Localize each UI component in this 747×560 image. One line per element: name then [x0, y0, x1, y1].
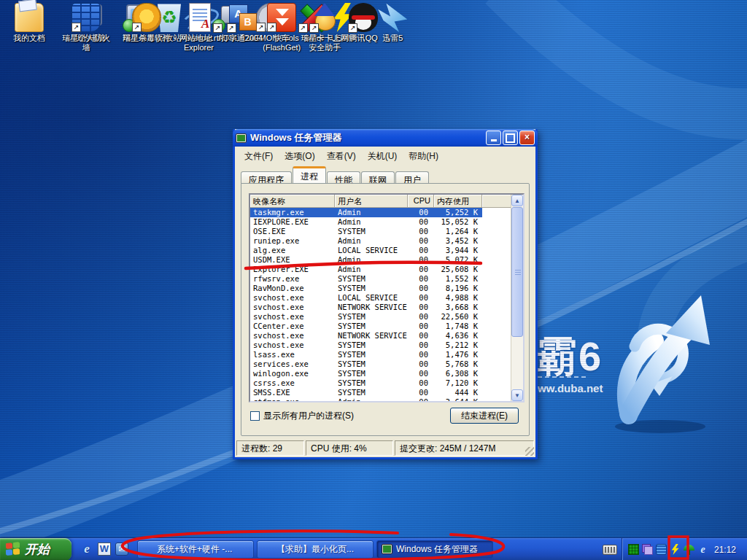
menu-help[interactable]: 帮助(H): [403, 149, 444, 162]
process-row[interactable]: svchost.exe LOCAL SERVICE 00 4,988 K: [250, 293, 523, 303]
scroll-down-icon[interactable]: ▼: [511, 389, 523, 401]
shortcut-arrow-icon: ↗: [267, 23, 276, 32]
desktop-icon-label: 快车(FlashGet): [263, 34, 301, 52]
ie-task-icon: [262, 544, 273, 554]
process-row[interactable]: rfwsrv.exe SYSTEM 00 1,552 K: [250, 274, 523, 284]
taskbar-window-button[interactable]: 【求助】最小化页...: [257, 540, 374, 559]
process-row[interactable]: ctfmon.exe Admin 00 3,644 K: [250, 397, 523, 402]
maximize-button[interactable]: [503, 131, 518, 145]
show-all-users-label: 显示所有用户的进程(S): [263, 410, 354, 422]
process-row[interactable]: Explorer.EXE Admin 00 25,608 K: [250, 265, 523, 274]
shortcut-arrow-icon: ↗: [227, 23, 236, 33]
process-row[interactable]: CCenter.exe SYSTEM 00 1,748 K: [250, 322, 523, 331]
window-titlebar[interactable]: Windows 任务管理器 ×: [233, 129, 538, 147]
tray-display-icon[interactable]: [642, 544, 653, 555]
kaka-assistant-icon: ↗: [310, 3, 339, 32]
taskbar-window-button[interactable]: Windows 任务管理器: [376, 540, 493, 559]
process-row[interactable]: winlogon.exe SYSTEM 00 6,308 K: [250, 369, 523, 378]
process-row[interactable]: services.exe SYSTEM 00 5,768 K: [250, 359, 523, 369]
typing-tutor-icon: ↗: [228, 3, 257, 32]
taskbar-window-button[interactable]: 系统+软件+硬件 -...: [137, 540, 254, 559]
tab-strip: 应用程序 进程 性能 联网 用户: [241, 168, 530, 184]
desktop-icon[interactable]: ↗ 打字通2004: [221, 1, 263, 61]
process-row[interactable]: lsass.exe SYSTEM 00 1,476 K: [250, 350, 523, 359]
process-row[interactable]: svchost.exe NETWORK SERVICE 00 3,668 K: [250, 303, 523, 312]
tray-rising-umbrella-icon[interactable]: [684, 544, 694, 555]
process-row[interactable]: runiep.exe Admin 00 3,452 K: [250, 236, 523, 246]
process-row[interactable]: USDM.EXE Admin 00 5,072 K: [250, 255, 523, 265]
menu-shutdown[interactable]: 关机(U): [363, 149, 403, 162]
checkbox-icon[interactable]: [250, 411, 260, 421]
process-row[interactable]: RavMonD.exe SYSTEM 00 8,196 K: [250, 284, 523, 293]
column-user-name[interactable]: 用户名: [335, 195, 408, 208]
flashget-icon: ↗: [267, 3, 296, 32]
column-cpu[interactable]: CPU: [408, 195, 434, 208]
process-row[interactable]: OSE.EXE SYSTEM 00 1,264 K: [250, 227, 523, 236]
shortcut-arrow-icon: ↗: [348, 23, 357, 33]
start-label: 开始: [25, 541, 50, 558]
scroll-up-icon[interactable]: ▲: [511, 195, 523, 206]
rising-antivirus-icon: ↗: [132, 3, 161, 32]
status-commit-charge: 提交更改: 245M / 1247M: [395, 440, 534, 456]
process-row[interactable]: taskmgr.exe Admin 00 5,252 K: [250, 208, 523, 217]
scrollbar-thumb[interactable]: [511, 207, 523, 337]
process-row[interactable]: svchost.exe SYSTEM 00 5,212 K: [250, 341, 523, 350]
desktop-icon[interactable]: ↗ 瑞星卡卡上网安全助手: [301, 1, 349, 61]
process-row[interactable]: svchost.exe NETWORK SERVICE 00 4,636 K: [250, 331, 523, 341]
shortcut-arrow-icon: ↗: [377, 23, 387, 33]
system-tray: e 21:12: [622, 538, 747, 560]
desktop-icon[interactable]: ↗ 腾讯QQ: [349, 1, 378, 61]
process-row[interactable]: alg.exe LOCAL SERVICE 00 3,944 K: [250, 246, 523, 255]
desktop-icon[interactable]: ↗ 瑞星个人防火墙: [58, 1, 114, 61]
tab-processes[interactable]: 进程: [293, 166, 326, 183]
desktop-icon-label: 迅雷5: [378, 34, 407, 43]
quick-launch-word-icon[interactable]: W: [98, 542, 111, 556]
taskbar-clock[interactable]: 21:12: [714, 545, 736, 555]
menu-view[interactable]: 查看(V): [322, 149, 361, 162]
tray-internet-icon[interactable]: e: [697, 544, 708, 555]
minimize-button[interactable]: [486, 131, 501, 145]
vertical-scrollbar[interactable]: ▲ ▼: [511, 195, 523, 401]
desktop-icon-label: 网站地址.rtf: [179, 34, 221, 43]
status-cpu-usage: CPU 使用: 4%: [306, 440, 393, 456]
desktop-icon-label: 打字通2004: [221, 34, 263, 43]
quick-launch-mail-icon[interactable]: [115, 542, 128, 556]
status-process-count: 进程数: 29: [236, 440, 304, 456]
desktop-icon[interactable]: ↗ 我的文档: [1, 1, 57, 61]
column-mem-usage[interactable]: 内存使用: [434, 195, 482, 208]
status-bar: 进程数: 29 CPU 使用: 4% 提交更改: 245M / 1247M: [236, 440, 534, 456]
process-row[interactable]: IEXPLORE.EXE Admin 00 15,052 K: [250, 217, 523, 227]
menu-options[interactable]: 选项(O): [279, 149, 320, 162]
desktop-icon-label: 我的文档: [1, 34, 57, 43]
shortcut-arrow-icon: ↗: [309, 23, 319, 33]
desktop-icon-label: 瑞星卡卡上网安全助手: [301, 34, 349, 52]
tray-green-grid-icon[interactable]: [628, 544, 639, 555]
desktop-icon[interactable]: ↗ 瑞星杀毒软件: [114, 1, 179, 61]
wallpaper-arrow-art: [591, 288, 744, 441]
desktop-icon-label: 腾讯QQ: [349, 34, 378, 43]
desktop-icon[interactable]: ↗ 迅雷5: [378, 1, 407, 61]
menu-bar: 文件(F) 选项(O) 查看(V) 关机(U) 帮助(H): [235, 148, 535, 163]
tray-usdm-lightning-icon[interactable]: [670, 544, 681, 555]
processes-tab-page: 映像名称 用户名 CPU 内存使用 taskmgr.exe Admin 00 5…: [241, 183, 530, 436]
desktop-icon[interactable]: ↗ 快车(FlashGet): [263, 1, 301, 61]
desktop-icon[interactable]: ↗ 网站地址.rtf: [179, 1, 221, 61]
process-row[interactable]: svchost.exe SYSTEM 00 22,560 K: [250, 312, 523, 322]
process-row[interactable]: SMSS.EXE SYSTEM 00 444 K: [250, 388, 523, 397]
menu-file[interactable]: 文件(F): [239, 149, 278, 162]
column-image-name[interactable]: 映像名称: [250, 195, 335, 208]
rtf-document-icon: ↗: [189, 3, 211, 32]
desktop-icon-label: 瑞星个人防火墙: [58, 34, 114, 52]
end-process-button[interactable]: 结束进程(E): [450, 408, 519, 424]
process-list: 映像名称 用户名 CPU 内存使用 taskmgr.exe Admin 00 5…: [249, 193, 525, 402]
start-button[interactable]: 开始: [0, 538, 71, 560]
quick-launch-ie-icon[interactable]: e: [80, 542, 93, 556]
process-rows: taskmgr.exe Admin 00 5,252 K IEXPLORE.EX…: [250, 208, 523, 402]
process-row[interactable]: csrss.exe SYSTEM 00 7,120 K: [250, 378, 523, 388]
language-keyboard-icon[interactable]: [603, 545, 617, 555]
resize-grip[interactable]: [525, 447, 534, 456]
close-button[interactable]: ×: [519, 131, 535, 145]
tray-network-icon[interactable]: [656, 544, 667, 555]
process-list-header: 映像名称 用户名 CPU 内存使用: [250, 195, 523, 208]
show-all-users-checkbox[interactable]: 显示所有用户的进程(S): [250, 410, 354, 422]
